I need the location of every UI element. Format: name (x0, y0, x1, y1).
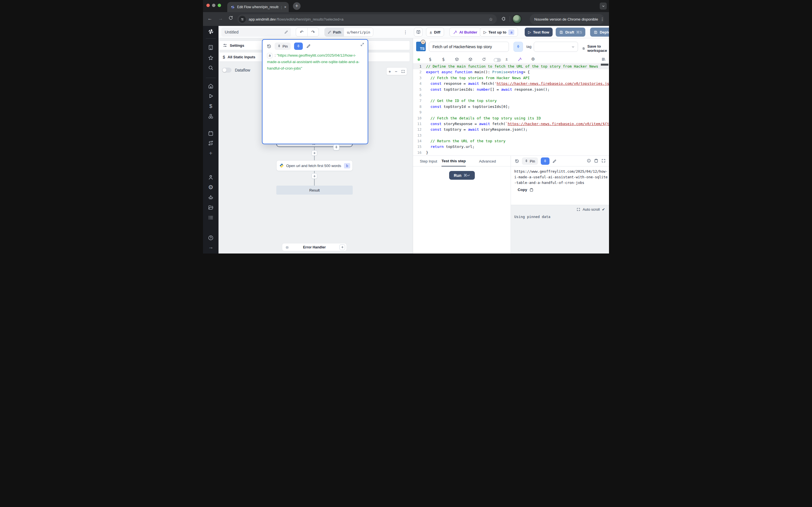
expand-diagonal-icon[interactable] (360, 43, 364, 47)
code-line[interactable]: 15 return topStory.url; (413, 144, 609, 150)
gear-icon[interactable]: ⚙ (531, 57, 535, 62)
pinned-json-view[interactable]: a : "https://www.geoffreylitt.com/2025/0… (267, 52, 365, 71)
new-tab-button[interactable]: + (293, 2, 301, 10)
diff-mode-toggle[interactable] (494, 58, 501, 62)
code-line[interactable]: 2export async function main(): Promise<s… (413, 69, 609, 75)
sidebar-item-flows-route-icon[interactable] (203, 140, 218, 146)
result-value[interactable]: https://www.geoffreylitt.com/2025/04/12/… (514, 169, 609, 186)
code-line[interactable]: 8 const topStoryId = topStoriesIds[0]; (413, 104, 609, 110)
sidebar-item-folders-folder-icon[interactable] (203, 205, 218, 210)
pin-button[interactable]: Pin (274, 43, 291, 50)
header-pin-button[interactable] (513, 42, 523, 52)
pencil-edit-icon[interactable] (552, 159, 557, 163)
info-circle-icon[interactable] (587, 159, 591, 163)
test-flow-button[interactable]: ▷ Test flow (525, 27, 553, 37)
browser-menu-icon[interactable]: ⋮ (600, 17, 604, 21)
profile-avatar[interactable] (512, 14, 522, 24)
sidebar-item-users-person-icon[interactable] (203, 174, 218, 180)
code-line[interactable]: 10 // Fetch the details of the top story… (413, 115, 609, 121)
redo-button[interactable]: ↷ (308, 28, 319, 36)
package-box-icon[interactable] (468, 57, 472, 61)
browser-tab[interactable]: Edit Flow u/henri/pin_results | × (227, 2, 289, 12)
url-bar[interactable]: app.windmill.dev /flows/edit/u/henri/pin… (238, 14, 497, 24)
sidebar-item-favorites-star-icon[interactable] (203, 55, 218, 61)
back-icon[interactable]: ← (207, 16, 212, 21)
code-line[interactable]: 13 (413, 133, 609, 138)
save-to-workspace-button[interactable]: Save to workspace (582, 44, 609, 53)
library-stack-icon[interactable] (601, 57, 606, 61)
add-step-button[interactable] (312, 150, 317, 156)
run-button[interactable]: Run ⌘↵ (449, 171, 475, 180)
traffic-close-icon[interactable] (206, 4, 210, 7)
dataflow-toggle[interactable] (222, 68, 232, 73)
code-line[interactable]: 9 (413, 110, 609, 115)
reload-icon[interactable] (229, 15, 233, 20)
resources-dollar-icon[interactable]: $ (442, 57, 445, 62)
code-line[interactable]: 1// Define the main function to fetch th… (413, 64, 609, 69)
sidebar-item-variables-dollar-icon[interactable]: $ (203, 103, 218, 109)
bookmark-star-icon[interactable]: ☆ (489, 17, 493, 22)
sidebar-item-schedules-calendar-icon[interactable] (203, 130, 218, 136)
code-line[interactable]: 12 const topStory = await storyResponse.… (413, 127, 609, 132)
sidebar-item-home-icon[interactable] (203, 83, 218, 89)
draft-button[interactable]: Draft ⌘S (556, 27, 585, 37)
code-line[interactable]: 14 // Return the URL of the top story (413, 138, 609, 144)
chrome-update-pill[interactable]: Nouvelle version de Chrome disponible ⋮ (530, 14, 604, 24)
site-info-icon[interactable] (239, 16, 246, 23)
clipboard-copy-icon[interactable] (594, 159, 598, 163)
docs-book-button[interactable] (414, 27, 423, 37)
flow-step-node[interactable]: Open url and fetch first 500 words of ..… (276, 160, 353, 171)
add-step-button[interactable] (312, 173, 317, 179)
reload-icon[interactable] (482, 57, 486, 61)
traffic-zoom-icon[interactable] (218, 4, 221, 7)
deploy-button[interactable]: Deploy (590, 27, 609, 37)
code-editor[interactable]: 1// Define the main function to fetch th… (413, 64, 609, 156)
tab-test-this-step[interactable]: Test this step (442, 156, 466, 166)
sidebar-item-workspace[interactable] (203, 45, 218, 50)
sidebar-item-resources-cubes-icon[interactable] (203, 114, 218, 119)
plus-minus-icon[interactable]: ± (506, 57, 508, 61)
node-pin-button[interactable] (333, 144, 340, 151)
path-chip[interactable]: Path u/henri/pin (324, 27, 373, 37)
sidebar-collapse-arrow-icon[interactable]: → (203, 244, 218, 249)
sidebar-item-add-plus-icon[interactable]: + (203, 150, 218, 156)
diff-button[interactable]: ± Diff (426, 27, 444, 37)
sidebar-item-workers-robot-icon[interactable] (203, 194, 218, 201)
extensions-icon[interactable] (501, 17, 506, 21)
variables-dollar-icon[interactable]: $ (429, 57, 432, 62)
tag-select[interactable] (534, 42, 578, 52)
history-icon[interactable] (515, 159, 519, 163)
ai-builder-button[interactable]: AI Builder (449, 27, 481, 37)
code-line[interactable]: 7 // Get the ID of the top story (413, 98, 609, 104)
code-line[interactable]: 4 const response = await fetch('https://… (413, 81, 609, 87)
test-up-to-button[interactable]: ▷ Test up to a (480, 27, 518, 37)
auto-scroll-control[interactable]: Auto scroll ✔ (576, 207, 605, 212)
flow-name-input[interactable]: Untitled (221, 27, 291, 37)
undo-button[interactable]: ↶ (296, 28, 308, 36)
ai-wand-icon[interactable] (518, 57, 522, 61)
sidebar-item-search-icon[interactable] (203, 65, 218, 71)
tab-advanced[interactable]: Advanced (479, 156, 496, 166)
sidebar-item-logs-list-icon[interactable] (203, 215, 218, 221)
fullscreen-expand-icon[interactable] (601, 159, 606, 163)
zoom-out-button[interactable]: − (395, 69, 397, 73)
path-edit-segment[interactable]: Path (325, 28, 344, 36)
sidebar-item-settings-gear-icon[interactable]: ⚙ (203, 184, 218, 190)
pin-active-button[interactable] (541, 158, 550, 165)
fit-view-icon[interactable] (401, 69, 405, 73)
error-handler-add-button[interactable] (340, 244, 345, 250)
pin-button[interactable]: Pin (522, 158, 538, 165)
step-summary-input[interactable]: Fetch url of HackerNews top story (429, 42, 509, 52)
zoom-in-button[interactable]: + (389, 69, 391, 73)
code-line[interactable]: 11 const storyResponse = await fetch(`ht… (413, 121, 609, 127)
copy-button[interactable]: Copy (518, 187, 534, 192)
expand-arrows-icon[interactable] (576, 208, 580, 211)
tab-search-chevron-icon[interactable] (600, 3, 607, 10)
error-handler-node[interactable]: Error Handler (282, 243, 347, 251)
scrollbar-thumb[interactable] (601, 64, 608, 66)
sidebar-item-help-icon[interactable] (203, 235, 218, 241)
tab-step-input[interactable]: Step Input (420, 156, 437, 166)
sidebar-item-runs-play-icon[interactable] (203, 93, 218, 99)
forward-icon[interactable]: → (218, 16, 223, 21)
tab-close-icon[interactable]: × (284, 5, 287, 9)
